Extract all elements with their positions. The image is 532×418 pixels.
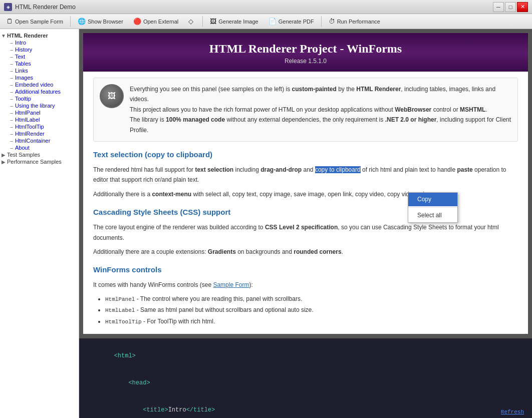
release-text: Release 1.5.1.0: [93, 58, 518, 65]
section2-text1: The core layout engine of the renderer w…: [93, 222, 518, 243]
tree-label-images: Images: [15, 75, 33, 81]
tree-item-htmltooltip[interactable]: – HtmlToolTip: [0, 123, 79, 130]
show-browser-button[interactable]: 🌐 Show Browser: [73, 16, 128, 28]
intro-icon: 🖼: [100, 84, 124, 108]
browser-icon: 🌐: [78, 18, 86, 25]
list-item-htmllabel: HtmlLabel - Same as html panel but witho…: [105, 305, 518, 315]
tree-item-htmlcontainer[interactable]: – HtmlContainer: [0, 137, 79, 144]
embedded-video-expand: –: [8, 82, 15, 88]
tree-item-tooltip[interactable]: – Tooltip: [0, 95, 79, 102]
context-menu-select-all[interactable]: Select all: [408, 209, 457, 222]
tree-root-label: HTML Renderer: [7, 33, 48, 39]
code-line-1: <html>: [85, 342, 526, 369]
title-bar: ◈ HTML Renderer Demo ─ □ ✕: [0, 0, 532, 14]
tree-item-additional[interactable]: – Additional features: [0, 88, 79, 95]
htmlrender-expand: –: [8, 131, 15, 137]
root-expand-icon: ▼: [0, 33, 7, 39]
about-expand: –: [8, 145, 15, 151]
tree-label-embedded-video: Embeded video: [15, 82, 53, 88]
tree-item-images[interactable]: – Images: [0, 74, 79, 81]
image-icon: 🖼: [210, 18, 216, 25]
pdf-icon: 📄: [269, 18, 277, 25]
page-title: HTML Renderer Project - WinForms: [93, 42, 518, 56]
images-expand: –: [8, 75, 15, 81]
tables-expand: –: [8, 61, 15, 67]
open-sample-button[interactable]: 🗒 Open Sample Form: [2, 16, 68, 28]
tree-label-additional: Additional features: [15, 89, 61, 95]
htmlcontainer-expand: –: [8, 138, 15, 144]
additional-expand: –: [8, 89, 15, 95]
tree-label-htmlpanel: HtmlPanel: [15, 110, 41, 116]
tree-item-test-samples[interactable]: ▶ Test Samples: [0, 151, 79, 158]
tree-item-htmlpanel[interactable]: – HtmlPanel: [0, 109, 79, 116]
tree-item-intro[interactable]: – Intro: [0, 39, 79, 46]
links-expand: –: [8, 68, 15, 74]
tree-root-item[interactable]: ▼ HTML Renderer: [0, 32, 79, 39]
tree-item-history[interactable]: – History: [0, 46, 79, 53]
tree-label-performance: Performance Samples: [7, 159, 62, 165]
generate-pdf-button[interactable]: 📄 Generate PDF: [264, 16, 319, 28]
right-area: HTML Renderer Project - WinForms Release…: [79, 29, 532, 418]
tree-label-tables: Tables: [15, 61, 31, 67]
intro-expand: –: [8, 40, 15, 46]
left-panel: ▼ HTML Renderer – Intro – History – Text: [0, 29, 79, 418]
separator-1: [70, 16, 71, 27]
close-button[interactable]: ✕: [517, 2, 528, 12]
minimize-button[interactable]: ─: [493, 2, 504, 12]
html-header: HTML Renderer Project - WinForms Release…: [83, 33, 528, 72]
open-external-button[interactable]: 🔴 Open External: [129, 16, 183, 28]
tree-label-test-samples: Test Samples: [7, 152, 40, 158]
separator-2: [202, 16, 203, 27]
tree-item-tables[interactable]: – Tables: [0, 60, 79, 67]
generate-image-button[interactable]: 🖼 Generate Image: [205, 16, 263, 28]
tree-label-using: Using the library: [15, 103, 55, 109]
window-title: HTML Renderer Demo: [15, 4, 76, 11]
context-menu-copy[interactable]: Copy: [408, 193, 457, 206]
tree-item-text[interactable]: – Text: [0, 53, 79, 60]
section3-text1: It comes with handy WinForms controls (s…: [93, 280, 518, 290]
html-body: 🖼 Everything you see on this panel (see …: [83, 72, 528, 334]
app-icon: ◈: [4, 3, 12, 11]
tree-item-using[interactable]: – Using the library: [0, 102, 79, 109]
tree-label-about: About: [15, 145, 30, 151]
code-pane[interactable]: <html> <head> <title>Intro</title> <link…: [79, 338, 532, 418]
test-samples-expand: ▶: [0, 152, 7, 158]
history-expand: –: [8, 47, 15, 53]
tree-label-htmlrender: HtmlRender: [15, 131, 45, 137]
intro-block: 🖼 Everything you see on this panel (see …: [93, 78, 518, 142]
main-area: ▼ HTML Renderer – Intro – History – Text: [0, 29, 532, 418]
context-menu: Copy Select all: [408, 192, 458, 223]
open-code-button[interactable]: ◇: [184, 16, 200, 28]
separator-3: [321, 16, 322, 27]
refresh-link[interactable]: Refresh: [501, 409, 524, 415]
tree-item-htmllabel[interactable]: – HtmlLabel: [0, 116, 79, 123]
tree-item-performance[interactable]: ▶ Performance Samples: [0, 158, 79, 165]
tree-item-links[interactable]: – Links: [0, 67, 79, 74]
sample-form-link[interactable]: Sample Form: [213, 281, 249, 288]
tree-label-links: Links: [15, 68, 28, 74]
maximize-button[interactable]: □: [505, 2, 516, 12]
tree-label-htmllabel: HtmlLabel: [15, 117, 40, 123]
tree-label-htmlcontainer: HtmlContainer: [15, 138, 50, 144]
tree-item-embedded-video[interactable]: – Embeded video: [0, 81, 79, 88]
tree-label-history: History: [15, 47, 32, 53]
content-pane[interactable]: HTML Renderer Project - WinForms Release…: [79, 29, 532, 338]
tree-item-htmlrender[interactable]: – HtmlRender: [0, 130, 79, 137]
toolbar: 🗒 Open Sample Form 🌐 Show Browser 🔴 Open…: [0, 14, 532, 29]
tree-label-tooltip: Tooltip: [15, 96, 31, 102]
controls-list: HtmlPanel - The control where you are re…: [105, 294, 518, 327]
form-icon: 🗒: [7, 18, 13, 25]
section4-title: Benefits: [93, 333, 518, 334]
section1-title: Text selection (copy to clipboard): [93, 149, 518, 161]
performance-expand: ▶: [0, 159, 7, 165]
section3-title: WinForms controls: [93, 264, 518, 276]
tree-item-about[interactable]: – About: [0, 144, 79, 151]
tree-label-text: Text: [15, 54, 25, 60]
html-render-area[interactable]: HTML Renderer Project - WinForms Release…: [83, 33, 528, 334]
run-performance-button[interactable]: ⏱ Run Performance: [324, 16, 385, 28]
section2-text2: Additionally there are a couple extensio…: [93, 247, 518, 257]
code-line-3: <title>Intro</title>: [85, 396, 526, 418]
google-icon: 🔴: [133, 18, 141, 25]
selected-text: copy to clipboard: [315, 166, 361, 173]
code-line-2: <head>: [85, 369, 526, 396]
